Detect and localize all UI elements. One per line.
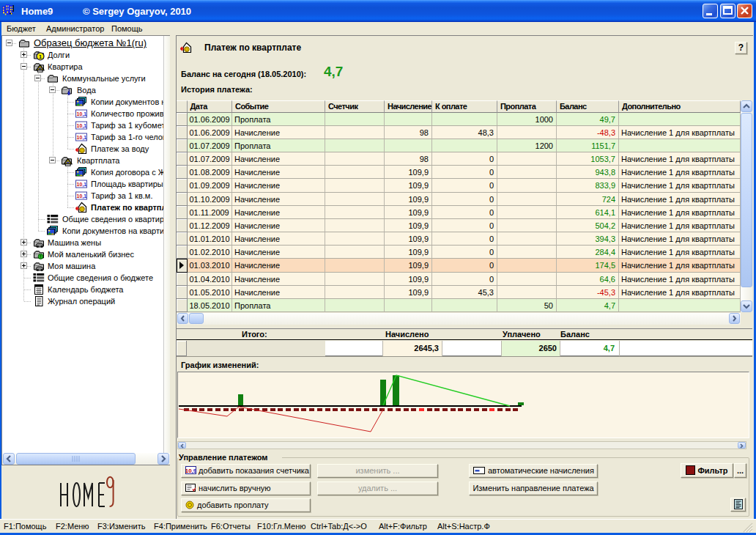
svg-text:1: 1 <box>39 54 42 60</box>
svg-text:10,1: 10,1 <box>77 123 87 129</box>
svg-text:10,1: 10,1 <box>77 182 87 188</box>
svg-text:10,1: 10,1 <box>77 193 87 199</box>
svg-text:10,1: 10,1 <box>77 135 87 141</box>
svg-text:10,9: 10,9 <box>185 468 196 474</box>
svg-text:10,1: 10,1 <box>77 111 87 117</box>
